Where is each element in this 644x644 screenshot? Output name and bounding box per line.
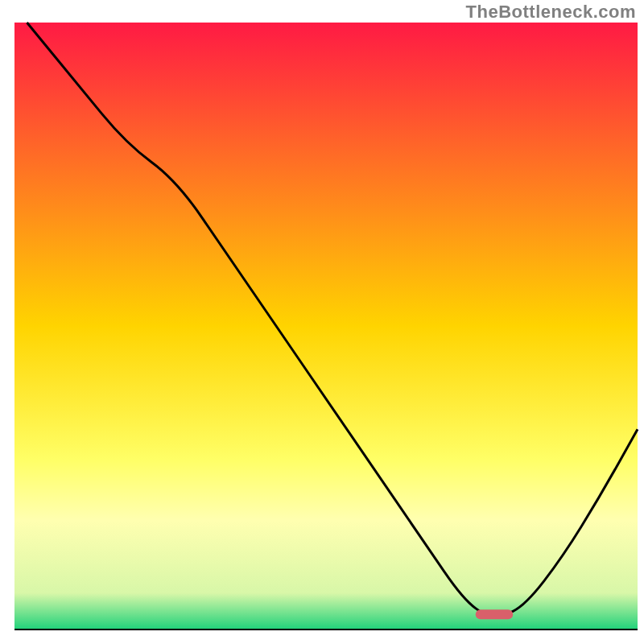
- watermark-text: TheBottleneck.com: [466, 2, 636, 23]
- optimal-marker: [476, 609, 513, 619]
- chart-svg: [0, 0, 644, 644]
- plot-background: [14, 23, 638, 630]
- bottleneck-chart: TheBottleneck.com: [0, 0, 644, 644]
